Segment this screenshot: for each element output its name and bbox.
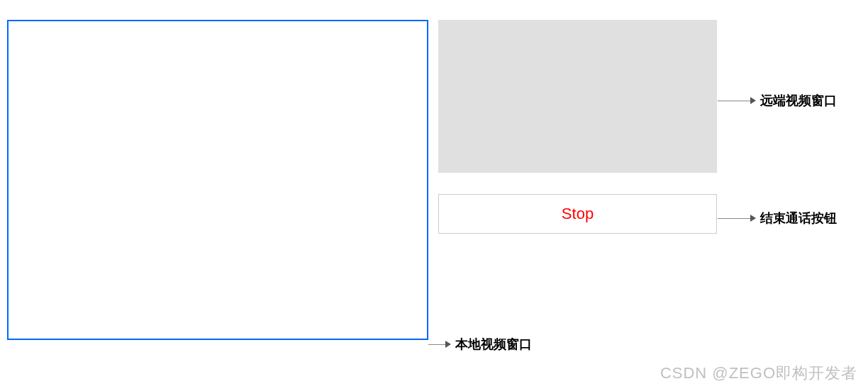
annotation-remote-video: 远端视频窗口 <box>718 92 837 109</box>
local-video-window[interactable] <box>7 20 428 340</box>
annotation-local-video: 本地视频窗口 <box>428 336 532 353</box>
annotation-label-local: 本地视频窗口 <box>455 336 532 353</box>
stop-button-label: Stop <box>562 205 594 223</box>
annotation-stop-button: 结束通话按钮 <box>718 210 837 227</box>
arrow-right-icon <box>750 97 756 104</box>
annotation-line <box>428 344 445 345</box>
annotation-line <box>718 101 750 101</box>
stop-button[interactable]: Stop <box>438 194 717 234</box>
annotation-label-stop: 结束通话按钮 <box>760 210 837 227</box>
annotation-line <box>718 218 750 219</box>
arrow-right-icon <box>750 215 756 222</box>
arrow-right-icon <box>445 341 451 348</box>
annotation-label-remote: 远端视频窗口 <box>760 92 837 109</box>
remote-video-window[interactable] <box>438 20 717 173</box>
watermark-text: CSDN @ZEGO即构开发者 <box>660 363 857 384</box>
